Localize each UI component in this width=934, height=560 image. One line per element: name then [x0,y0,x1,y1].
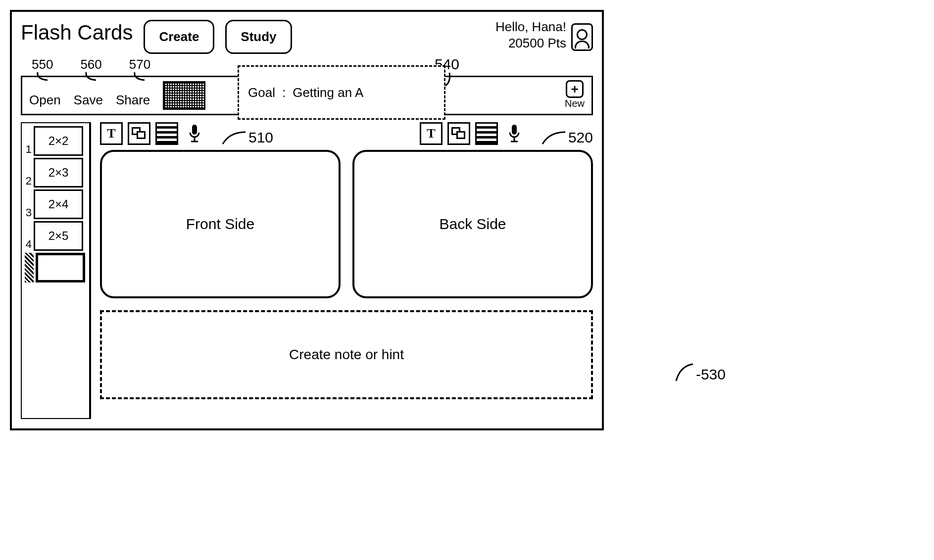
new-label: New [565,98,585,109]
card-thumb[interactable]: 2×5 [34,221,83,251]
card-list[interactable]: 1 2×2 2 2×3 3 2×4 4 2×5 [21,122,91,419]
toolbar: Open Save Share Goal : Getting an A + Ne… [21,76,593,115]
ref-510: 510 [248,129,273,146]
back-tool-icons: T [420,122,526,145]
card-thumb[interactable] [36,253,85,282]
goal-label: Goal [248,85,275,100]
card-list-item[interactable]: 2 2×3 [25,158,86,187]
front-tool-icons: T [100,122,206,145]
card-index-marker-icon [25,253,34,282]
open-button[interactable]: Open [29,93,61,108]
user-text: Hello, Hana! 20500 Pts [495,19,566,51]
svg-rect-3 [512,125,517,135]
shape-tool-icon[interactable] [447,122,470,145]
study-mode-button[interactable]: Study [225,20,292,54]
ref-530-callout: -530 [675,363,726,386]
app-title: Flash Cards [21,21,133,45]
ref-550: 550 [32,57,53,72]
card-faces-row: Front Side Back Side [100,150,593,298]
shape-tool-icon[interactable] [128,122,150,145]
card-list-item-current[interactable] [25,253,86,282]
user-block: Hello, Hana! 20500 Pts [495,19,593,51]
card-index: 3 [24,206,32,219]
card-list-item[interactable]: 4 2×5 [25,221,86,251]
avatar-icon [571,23,593,51]
editor-column: T 510 [100,122,593,419]
mic-tool-icon[interactable] [183,122,206,145]
tool-icons-row: T 510 [100,122,593,145]
user-points: 20500 Pts [495,35,566,51]
user-greeting: Hello, Hana! [495,19,566,35]
hint-box[interactable]: Create note or hint [100,310,593,399]
text-tool-icon[interactable]: T [420,122,442,145]
image-tool-icon[interactable] [155,122,178,145]
texture-swatch-icon[interactable] [163,81,205,110]
image-tool-icon[interactable] [475,122,498,145]
card-list-item[interactable]: 1 2×2 [25,126,86,156]
create-mode-button[interactable]: Create [144,20,214,54]
goal-field[interactable]: Goal : Getting an A [238,65,445,120]
share-button[interactable]: Share [116,93,150,108]
ref-570: 570 [129,57,150,72]
card-index: 1 [24,143,32,156]
front-side-card[interactable]: Front Side [100,150,341,298]
ref-530: -530 [696,366,726,383]
ref-560: 560 [80,57,101,72]
main-area: 1 2×2 2 2×3 3 2×4 4 2×5 [21,122,593,419]
text-tool-icon[interactable]: T [100,122,123,145]
ref-520: 520 [568,129,593,146]
card-thumb[interactable]: 2×4 [34,189,83,219]
card-index: 2 [24,175,32,187]
card-thumb[interactable]: 2×2 [34,126,83,156]
ref-520-callout: 520 [540,123,593,146]
app-window: Flash Cards Create Study Hello, Hana! 20… [10,10,604,430]
save-button[interactable]: Save [74,93,103,108]
figure-wrap: Flash Cards Create Study Hello, Hana! 20… [10,10,673,465]
card-thumb[interactable]: 2×3 [34,158,83,187]
plus-icon: + [566,80,584,98]
mic-tool-icon[interactable] [503,122,526,145]
card-list-item[interactable]: 3 2×4 [25,189,86,219]
new-card-button[interactable]: + New [565,80,585,109]
card-index: 4 [24,238,32,251]
ref-510-callout: 510 [220,123,273,146]
goal-sep: : [278,85,290,100]
back-side-card[interactable]: Back Side [352,150,593,298]
header-row: Flash Cards Create Study Hello, Hana! 20… [21,19,593,54]
svg-rect-0 [192,125,197,135]
goal-value: Getting an A [293,85,363,100]
